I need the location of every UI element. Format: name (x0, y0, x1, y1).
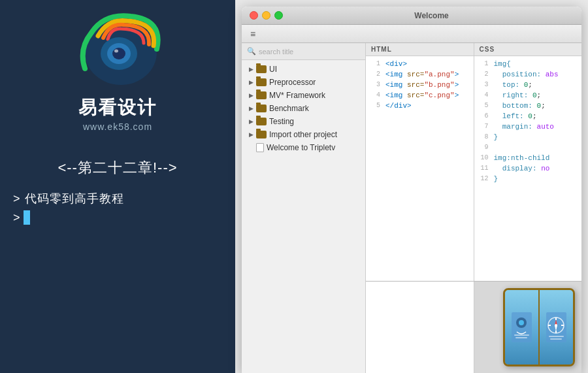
code-line: 5 bottom: 0; (476, 101, 581, 111)
code-text: left: 0; (494, 111, 537, 122)
css-tab-label: CSS (480, 46, 495, 53)
editor-top: HTML 1 <div> 2 <img src="a.png"> (366, 43, 581, 282)
tutorial-lines: > 代码零到高手教程 > (13, 191, 222, 229)
code-line: 1 <div> (367, 59, 472, 69)
code-text: top: 0; (494, 80, 532, 90)
code-line: 4 right: 0; (476, 90, 581, 101)
code-line: 8 } (476, 132, 581, 142)
toolbar: ≡ (242, 25, 581, 43)
css-tab-bar: CSS (474, 43, 582, 56)
folder-icon-mvframework (256, 91, 267, 99)
svg-rect-8 (514, 334, 529, 336)
title-bar: Welcome (242, 7, 581, 25)
minimize-button[interactable] (262, 11, 270, 20)
tree-item-preprocessor[interactable]: ▶ Preprocessor (242, 76, 365, 89)
code-text: } (494, 132, 498, 142)
search-icon: 🔍 (247, 47, 256, 56)
hamburger-icon[interactable]: ≡ (247, 28, 259, 40)
tree-label-benchmark: Benchmark (269, 104, 309, 113)
tree-item-ui[interactable]: ▶ UI (242, 63, 365, 76)
line-num: 4 (367, 90, 380, 101)
folder-icon-ui (256, 65, 267, 73)
code-line: 9 (476, 142, 581, 153)
code-text: bottom: 0; (494, 101, 546, 111)
svg-point-3 (112, 48, 125, 59)
line-num: 4 (476, 90, 489, 101)
svg-rect-9 (515, 337, 527, 338)
collapse-arrow-preprocessor: ▶ (247, 78, 255, 86)
folder-icon-benchmark (256, 105, 267, 112)
bottom-right-panel (474, 282, 582, 373)
code-line: 2 position: abs (476, 69, 581, 80)
line-num: 2 (476, 69, 489, 80)
search-placeholder[interactable]: search title (259, 48, 360, 56)
tree-item-welcome[interactable]: ▶ Welcome to Tripletv (242, 141, 365, 154)
code-text: position: abs (494, 69, 559, 80)
code-text: margin: auto (494, 122, 554, 132)
card-right-half (540, 290, 573, 365)
line-num: 3 (476, 80, 489, 90)
svg-point-7 (519, 320, 524, 325)
editor-bottom (366, 282, 581, 373)
tree-items: ▶ UI ▶ Preprocessor ▶ MV* Framework (242, 60, 365, 373)
tree-label-preprocessor: Preprocessor (269, 78, 316, 87)
code-line: 12 } (476, 174, 581, 184)
line-num: 7 (476, 122, 489, 132)
logo-area: 易看设计 www.ek58.com (72, 13, 163, 152)
card-left-half (505, 290, 540, 365)
line-num: 1 (367, 59, 380, 69)
folder-icon-preprocessor (256, 78, 267, 86)
code-text: right: 0; (494, 90, 542, 101)
code-text: <div> (385, 59, 407, 69)
html-code-content: 1 <div> 2 <img src="a.png"> 3 <img src="… (366, 56, 474, 281)
cursor-block (24, 210, 30, 225)
tree-item-benchmark[interactable]: ▶ Benchmark (242, 102, 365, 115)
code-text: </div> (385, 101, 412, 111)
app-window: Welcome ≡ 🔍 search title ▶ UI (242, 7, 581, 373)
line-num: 10 (476, 153, 489, 163)
traffic-lights (250, 11, 283, 20)
left-panel: 易看设计 www.ek58.com <--第二十二章!--> > 代码零到高手教… (0, 0, 235, 373)
code-line: 6 left: 0; (476, 111, 581, 122)
code-line: 1 img{ (476, 59, 581, 69)
window-title: Welcome (289, 11, 574, 20)
line-num: 3 (367, 80, 380, 90)
maximize-button[interactable] (274, 11, 283, 20)
collapse-arrow-ui: ▶ (247, 65, 255, 73)
code-text: img{ (494, 59, 511, 69)
collapse-arrow-benchmark: ▶ (247, 105, 255, 112)
code-text: img:nth-child (494, 153, 550, 163)
file-icon-welcome (256, 143, 264, 152)
brand-name: 易看设计 (78, 95, 157, 120)
code-line: 10 img:nth-child (476, 153, 581, 163)
tree-item-testing[interactable]: ▶ Testing (242, 115, 365, 128)
svg-rect-20 (550, 338, 562, 340)
tree-item-mvframework[interactable]: ▶ MV* Framework (242, 89, 365, 102)
tree-item-import[interactable]: ▶ Import other project (242, 128, 365, 141)
tree-label-welcome: Welcome to Tripletv (267, 143, 335, 152)
tutorial-line-2: > (13, 210, 222, 225)
html-editor: HTML 1 <div> 2 <img src="a.png"> (366, 43, 474, 281)
close-button[interactable] (250, 11, 258, 20)
collapse-arrow-mvframework: ▶ (247, 91, 255, 99)
line-num: 8 (476, 132, 489, 142)
line-num: 1 (476, 59, 489, 69)
code-text: display: no (494, 163, 550, 174)
code-line: 5 </div> (367, 101, 472, 111)
prompt-arrow: > (13, 211, 21, 225)
svg-point-4 (114, 50, 118, 53)
line-num: 11 (476, 163, 489, 174)
folder-icon-testing (256, 118, 267, 125)
line-num: 9 (476, 142, 489, 153)
css-code-content: 1 img{ 2 position: abs 3 top: 0; (474, 56, 582, 281)
css-editor: CSS 1 img{ 2 position: abs (474, 43, 582, 281)
line-num: 12 (476, 174, 489, 184)
line-num: 2 (367, 69, 380, 80)
card-map-icon (510, 311, 533, 344)
code-text: } (494, 174, 498, 184)
code-text: <img src="b.png"> (385, 80, 459, 90)
content-area: 🔍 search title ▶ UI ▶ Preprocessor (242, 43, 581, 373)
tree-label-ui: UI (269, 65, 277, 74)
html-tab-label: HTML (371, 46, 392, 53)
code-line: 2 <img src="a.png"> (367, 69, 472, 80)
